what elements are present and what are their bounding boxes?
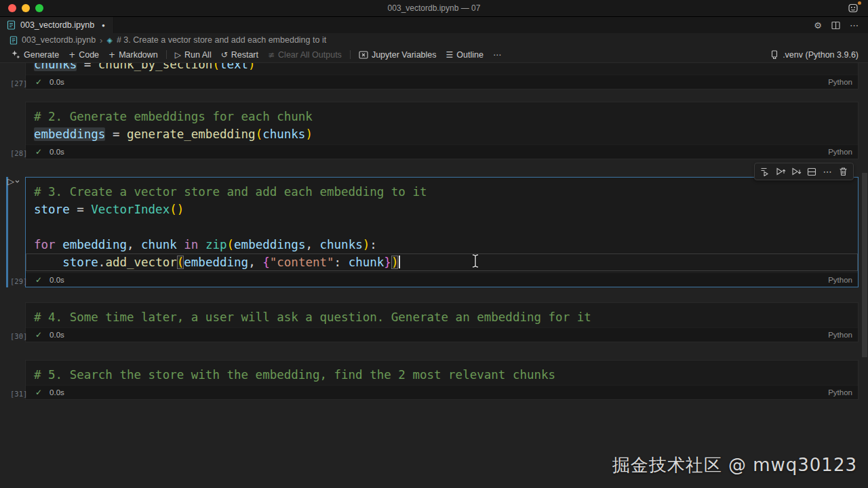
cell-language[interactable]: Python xyxy=(828,148,852,156)
editor-actions: ⚙ ⋯ xyxy=(814,17,868,33)
cell-language[interactable]: Python xyxy=(828,78,852,86)
code-line[interactable]: for embedding, chunk in zip(embeddings, … xyxy=(26,236,858,253)
code-token: text xyxy=(220,63,248,71)
cell-code[interactable]: # 5. Search the store with the embedding… xyxy=(26,361,858,385)
notebook-cell[interactable]: ▷ [27] ⋯ chunks = chunk_by_sectio xyxy=(25,63,859,89)
cell-code[interactable]: # 2. Generate embeddings for each chunke… xyxy=(26,102,858,144)
generate-button[interactable]: Generate xyxy=(7,50,64,60)
restart-icon: ↺ xyxy=(221,50,228,60)
delete-cell-icon[interactable] xyxy=(836,165,850,178)
code-line[interactable] xyxy=(26,218,858,236)
code-line[interactable]: store = VectorIndex() xyxy=(26,201,858,218)
toolbar-more-actions-icon[interactable]: ⋯ xyxy=(488,50,506,60)
code-token: : xyxy=(334,256,342,269)
kernel-icon xyxy=(770,50,778,59)
cell-language[interactable]: Python xyxy=(828,276,852,284)
breadcrumb-file[interactable]: 003_vectordb.ipynb xyxy=(22,35,96,45)
editor-more-actions-icon[interactable]: ⋯ xyxy=(850,20,859,30)
code-token: ( xyxy=(212,63,220,71)
success-check-icon: ✓ xyxy=(35,147,42,157)
cell-code[interactable]: # 3. Create a vector store and add each … xyxy=(26,178,858,272)
code-line[interactable]: # 3. Create a vector store and add each … xyxy=(26,183,858,201)
kernel-picker[interactable]: .venv (Python 3.9.6) xyxy=(770,50,861,60)
code-token: = xyxy=(77,63,98,71)
execution-count: [28] xyxy=(10,149,27,157)
code-line[interactable]: chunks = chunk_by_section(text) xyxy=(26,63,858,73)
code-token: embedding xyxy=(62,238,127,251)
tab-003-vectordb[interactable]: 003_vectordb.ipynb ● xyxy=(0,17,114,33)
restart-kernel-button[interactable]: ↺ Restart xyxy=(216,50,263,60)
code-token: # 3. Create a vector store and add each … xyxy=(34,185,427,199)
unsaved-changes-dot[interactable]: ● xyxy=(102,22,105,28)
clear-outputs-icon: ≢ xyxy=(268,50,275,60)
code-token: ) xyxy=(305,127,313,141)
minimize-window-button[interactable] xyxy=(22,4,30,12)
code-token: = xyxy=(105,127,127,141)
code-token: ( xyxy=(177,256,184,269)
cell-code[interactable]: chunks = chunk_by_section(text) xyxy=(26,63,858,75)
clear-all-outputs-button[interactable]: ≢ Clear All Outputs xyxy=(263,50,347,60)
breadcrumb-cell-symbol[interactable]: # 3. Create a vector store and add each … xyxy=(117,35,326,45)
code-token: () xyxy=(170,203,184,216)
code-token: # 2. Generate embeddings for each chunk xyxy=(34,110,313,123)
code-token: { xyxy=(262,256,270,269)
code-token: chunk_by_section xyxy=(98,63,213,71)
split-cell-icon[interactable] xyxy=(805,165,818,178)
code-token: embeddings xyxy=(34,127,105,141)
code-token: store xyxy=(62,256,98,269)
plus-icon: + xyxy=(68,50,75,60)
run-all-icon: ▷ xyxy=(175,50,181,60)
notebook-cell[interactable]: ▷ [29] ⋯ # 3. Create a vector sto xyxy=(25,177,859,287)
code-token: for xyxy=(34,238,56,251)
window-title: 003_vectordb.ipynb — 07 xyxy=(0,3,868,13)
success-check-icon: ✓ xyxy=(35,275,42,285)
toolbar-divider xyxy=(350,50,351,59)
outline-icon: ☰ xyxy=(446,50,454,60)
plus-icon: + xyxy=(108,50,115,60)
run-all-button[interactable]: ▷ Run All xyxy=(170,50,216,60)
breadcrumb-file-icon xyxy=(9,36,18,45)
code-line[interactable]: # 5. Search the store with the embedding… xyxy=(26,366,858,384)
execute-cell-and-below-icon[interactable] xyxy=(789,165,803,178)
toolbar-divider xyxy=(166,50,167,59)
notebook-cell[interactable]: ▷ [31] ⋯ # 5. Search the store wi xyxy=(25,360,859,400)
cell-more-actions-icon[interactable]: ⋯ xyxy=(821,165,834,178)
outline-button[interactable]: ☰ Outline xyxy=(441,50,488,60)
code-line[interactable]: # 2. Generate embeddings for each chunk xyxy=(26,108,858,125)
execution-count: [31] xyxy=(10,390,27,398)
add-markdown-cell-button[interactable]: + Markdown xyxy=(104,50,163,60)
add-code-cell-button[interactable]: + Code xyxy=(64,50,104,60)
notebook-cell[interactable]: ▷ [30] ⋯ # 4. Some time later, a xyxy=(25,302,859,342)
code-line[interactable]: embeddings = generate_embedding(chunks) xyxy=(26,125,858,143)
run-cell-button[interactable]: ▷ xyxy=(7,176,20,186)
cell-language[interactable]: Python xyxy=(828,388,852,396)
code-token: , xyxy=(248,256,262,269)
cell-language[interactable]: Python xyxy=(828,331,852,339)
code-token xyxy=(198,238,205,251)
execute-cell-and-above-icon[interactable] xyxy=(774,165,787,178)
split-editor-icon[interactable] xyxy=(831,21,840,30)
notebook-file-icon xyxy=(7,20,16,30)
notebook-cell[interactable]: ▷ [28] ⋯ # 2. Generate embeddings xyxy=(25,102,859,159)
code-token xyxy=(177,238,184,251)
code-token xyxy=(56,238,63,251)
zoom-window-button[interactable] xyxy=(35,4,43,12)
cell-status-bar: ✓ 0.0s Python xyxy=(26,385,858,399)
code-line[interactable]: # 4. Some time later, a user will ask a … xyxy=(26,308,858,326)
execution-time: 0.0s xyxy=(50,148,64,156)
scrollbar-thumb[interactable] xyxy=(862,173,867,357)
cell-code[interactable]: # 4. Some time later, a user will ask a … xyxy=(26,303,858,327)
execute-above-cells-icon[interactable] xyxy=(758,165,772,178)
code-line[interactable]: store.add_vector(embedding, {"content": … xyxy=(26,253,858,271)
notification-dot xyxy=(858,1,861,5)
close-window-button[interactable] xyxy=(8,4,16,12)
code-token: = xyxy=(70,203,92,216)
tab-bar: 003_vectordb.ipynb ● ⚙ ⋯ xyxy=(0,17,868,33)
notebook-settings-gear-icon[interactable]: ⚙ xyxy=(814,20,822,30)
jupyter-variables-button[interactable]: Jupyter Variables xyxy=(354,50,441,60)
code-token: ( xyxy=(256,127,263,141)
execution-time: 0.0s xyxy=(50,78,64,86)
code-token: chunks xyxy=(34,63,77,71)
code-token: # 4. Some time later, a user will ask a … xyxy=(34,310,591,324)
account-icon[interactable] xyxy=(848,3,860,14)
